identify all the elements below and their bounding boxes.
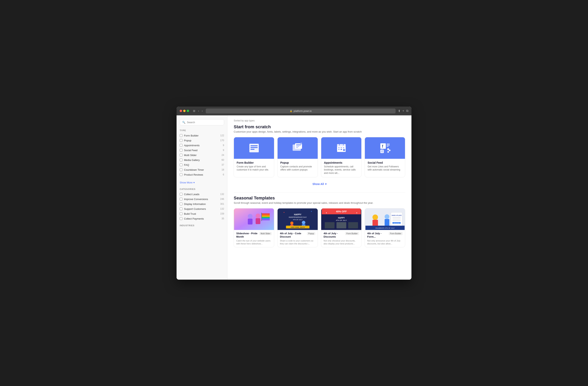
filter-label-build-trust: Build Trust	[184, 212, 219, 215]
checkbox-countdown-timer[interactable]	[180, 168, 182, 171]
back-button[interactable]: ‹	[197, 109, 200, 113]
svg-rect-68	[325, 222, 335, 228]
svg-rect-43	[256, 218, 260, 224]
svg-point-76	[385, 214, 389, 219]
filter-social-feed[interactable]: Social Feed 9	[180, 148, 224, 153]
svg-text:40% OFF: 40% OFF	[336, 210, 347, 213]
template-july-discounts[interactable]: 40% OFF HAPPY 4TH OF JULY ★ ★	[321, 208, 361, 248]
filter-count-media-gallery: 60	[222, 159, 224, 161]
search-icon: 🔍	[182, 121, 185, 124]
svg-text:HAPPY: HAPPY	[338, 217, 345, 219]
new-tab-icon[interactable]: +	[402, 109, 404, 113]
filter-label-collect-payments: Collect Payments	[184, 217, 220, 220]
filter-multi-slider[interactable]: Multi Slider 24	[180, 153, 224, 158]
fullscreen-button[interactable]	[187, 110, 189, 112]
checkbox-media-gallery[interactable]	[180, 159, 182, 161]
filter-countdown-timer[interactable]: Countdown Timer 18	[180, 167, 224, 172]
popup-icon	[292, 142, 304, 154]
app-card-social-feed[interactable]: f	[365, 137, 405, 177]
social-feed-desc: Get more Likes and Followers with automa…	[368, 165, 402, 172]
app-card-appointments[interactable]: Appointments Schedule appointments, call…	[321, 137, 361, 177]
filter-form-builder[interactable]: Form Builder 122	[180, 133, 224, 138]
main-content: Sorted by app types Start from scratch C…	[228, 115, 411, 280]
social-feed-icon-area: f	[365, 137, 405, 159]
minimize-button[interactable]	[183, 110, 186, 112]
template-july-discounts-title: 4th of July - Discounts	[324, 232, 344, 239]
svg-point-74	[373, 214, 378, 220]
svg-rect-29	[387, 145, 390, 145]
svg-rect-46	[262, 216, 270, 217]
svg-rect-2	[251, 147, 258, 148]
traffic-lights	[180, 110, 189, 112]
svg-rect-81	[393, 219, 401, 219]
sidebar-toggle-button[interactable]: ⊞	[192, 109, 196, 113]
checkbox-appointments[interactable]	[180, 144, 182, 147]
template-july-form-img: SAVE A PLACE REGISTER CELEBRATE 4TH OF J…	[365, 209, 405, 230]
forward-button[interactable]: ›	[201, 109, 204, 113]
share-icon[interactable]: ⬆	[398, 109, 400, 113]
address-bar[interactable]: 🔒 platform.powr.io	[206, 109, 395, 114]
checkbox-product-reviews[interactable]	[180, 173, 182, 176]
filter-improve-conversions[interactable]: Improve Conversions 246	[180, 197, 224, 202]
filter-count-support-customers: 132	[220, 208, 224, 210]
filter-count-multi-slider: 24	[222, 154, 224, 156]
checkbox-multi-slider[interactable]	[180, 154, 182, 156]
svg-point-52	[284, 212, 284, 213]
template-july-discount[interactable]: HAPPY INDEPENDENCE DAY 4TH OF JULY	[277, 208, 318, 248]
template-pride-month[interactable]: Slideshow - Pride Month Multi Slider Cat…	[234, 208, 274, 248]
july-discount-image: HAPPY INDEPENDENCE DAY 4TH OF JULY	[278, 209, 317, 230]
form-builder-icon-area	[234, 137, 274, 159]
search-box[interactable]: 🔍	[180, 119, 224, 125]
template-july-discount-badge: Popup	[307, 232, 315, 235]
app-card-form-builder[interactable]: Form Builder Create any type of form and…	[234, 137, 274, 177]
windows-icon[interactable]: ⧉	[406, 109, 408, 113]
template-july-form[interactable]: SAVE A PLACE REGISTER CELEBRATE 4TH OF J…	[365, 208, 405, 248]
checkbox-social-feed[interactable]	[180, 149, 182, 152]
filter-appointments[interactable]: Appointments 9	[180, 143, 224, 148]
close-button[interactable]	[180, 110, 182, 112]
template-july-discount-body: 4th of July - Code Discount Popup Share …	[277, 230, 318, 247]
show-all-button[interactable]: Show All ▾	[234, 180, 405, 188]
checkbox-form-builder[interactable]	[180, 134, 182, 137]
svg-rect-47	[262, 217, 270, 218]
checkbox-improve-conversions[interactable]	[180, 198, 182, 200]
filter-collect-leads[interactable]: Collect Leads 132	[180, 192, 224, 197]
filter-display-information[interactable]: Display Information 301	[180, 202, 224, 207]
svg-line-37	[389, 149, 389, 150]
search-input[interactable]	[187, 121, 222, 124]
svg-rect-30	[387, 146, 389, 147]
checkbox-popup[interactable]	[180, 139, 182, 142]
svg-point-42	[256, 213, 260, 218]
filter-media-gallery[interactable]: Media Gallery 60	[180, 158, 224, 162]
svg-rect-1	[251, 145, 258, 146]
svg-point-53	[311, 211, 312, 212]
seasonal-section-title: Seasonal Templates	[234, 195, 405, 201]
filter-product-reviews[interactable]: Product Reviews 6	[180, 172, 224, 177]
filter-faq[interactable]: FAQ 37	[180, 162, 224, 167]
filter-label-multi-slider: Multi Slider	[184, 154, 220, 157]
show-more-button[interactable]: Show More ▾	[180, 180, 195, 185]
checkbox-collect-leads[interactable]	[180, 193, 182, 195]
template-july-discount-header: 4th of July - Code Discount Popup	[280, 232, 315, 239]
checkbox-build-trust[interactable]	[180, 212, 182, 215]
checkbox-display-information[interactable]	[180, 203, 182, 205]
filter-build-trust[interactable]: Build Trust 159	[180, 211, 224, 216]
svg-text:4TH OF JULY: 4TH OF JULY	[336, 219, 347, 221]
checkbox-support-customers[interactable]	[180, 208, 182, 210]
app-card-popup[interactable]: Popup Capture contacts and promote offer…	[277, 137, 318, 177]
filter-collect-payments[interactable]: Collect Payments 35	[180, 216, 224, 221]
svg-rect-28	[387, 144, 390, 144]
type-section-title: TYPE	[180, 129, 224, 132]
filter-count-display-information: 301	[220, 203, 224, 205]
filter-popup[interactable]: Popup 170	[180, 138, 224, 143]
svg-text:REGISTER: REGISTER	[393, 223, 399, 224]
svg-point-34	[387, 148, 389, 150]
svg-rect-44	[262, 213, 270, 214]
svg-point-33	[383, 150, 383, 150]
filter-support-customers[interactable]: Support Customers 132	[180, 207, 224, 211]
template-july-form-badge: Form Builder	[389, 232, 403, 235]
browser-actions: ⬆ + ⧉	[398, 109, 408, 113]
checkbox-faq[interactable]	[180, 163, 182, 166]
checkbox-collect-payments[interactable]	[180, 217, 182, 220]
filter-label-appointments: Appointments	[184, 144, 221, 147]
